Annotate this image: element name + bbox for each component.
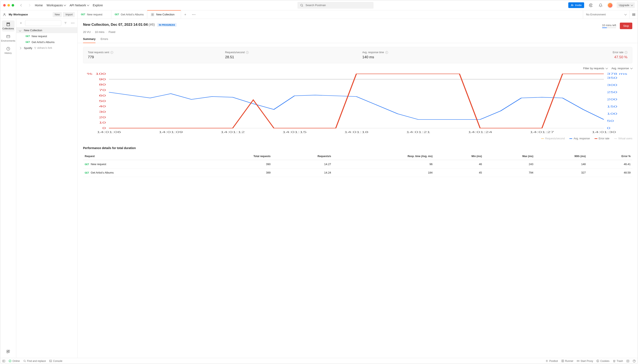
- tab-get-artists-albums[interactable]: GET Get Artist's Albums: [111, 10, 147, 18]
- svg-rect-74: [50, 360, 52, 362]
- tab-label: New request: [87, 13, 103, 16]
- import-button[interactable]: Import: [63, 12, 75, 17]
- invite-button[interactable]: Invite: [568, 2, 584, 8]
- postbot-button[interactable]: Postbot: [545, 360, 558, 362]
- tab-overflow-button[interactable]: [190, 10, 198, 18]
- svg-rect-19: [7, 35, 10, 38]
- new-button[interactable]: New: [53, 12, 62, 17]
- method-badge: GET: [26, 41, 30, 43]
- avatar[interactable]: [607, 2, 613, 8]
- rail-history[interactable]: History: [2, 45, 15, 56]
- svg-point-72: [24, 360, 25, 362]
- chevron-right-icon: [19, 46, 22, 50]
- new-tab-button[interactable]: [181, 10, 190, 18]
- chevron-down-icon: [605, 67, 608, 69]
- table-header[interactable]: Total requests: [199, 153, 272, 160]
- api-network-menu[interactable]: API Network: [70, 4, 89, 7]
- find-replace-button[interactable]: Find and replace: [23, 360, 46, 362]
- table-header[interactable]: Resp. time (Avg. ms): [333, 153, 434, 160]
- legend-virtual-users[interactable]: Virtual users: [614, 137, 632, 140]
- online-status[interactable]: Online: [9, 360, 20, 362]
- svg-marker-8: [152, 14, 153, 15]
- tab-summary[interactable]: Summary: [83, 37, 96, 43]
- legend-rps[interactable]: Requests/second: [541, 137, 565, 140]
- tab-errors[interactable]: Errors: [101, 37, 108, 43]
- tab-label: Get Artist's Albums: [121, 13, 144, 16]
- tab-new-request[interactable]: GET New request: [78, 10, 111, 18]
- tab-new-collection-run[interactable]: New Collection: [147, 10, 181, 18]
- table-row[interactable]: GETNew request39014.27964624314846.41: [83, 160, 632, 168]
- tree-label: Get Artist's Albums: [32, 40, 55, 44]
- info-icon[interactable]: i: [625, 51, 627, 54]
- stop-button[interactable]: Stop: [620, 22, 632, 29]
- svg-rect-24: [7, 352, 8, 353]
- tree-request-new-request[interactable]: GET New request: [16, 33, 77, 39]
- svg-text:350: 350: [607, 76, 617, 80]
- legend-avg-response[interactable]: Avg. response: [569, 137, 590, 140]
- table-header[interactable]: Min (ms): [434, 153, 484, 160]
- two-pane-icon[interactable]: [626, 360, 629, 362]
- console-button[interactable]: Console: [49, 360, 62, 362]
- table-header[interactable]: Error %: [587, 153, 632, 160]
- svg-point-80: [596, 360, 599, 362]
- settings-icon[interactable]: [588, 2, 594, 8]
- search-input[interactable]: Search Postman: [297, 2, 373, 9]
- metric-dropdown[interactable]: Avg. response: [611, 67, 632, 70]
- svg-text:30: 30: [99, 110, 106, 114]
- svg-text:80: 80: [99, 83, 106, 86]
- svg-text:%: %: [87, 72, 92, 76]
- rail-label: Environments: [1, 40, 15, 42]
- svg-text:70: 70: [99, 88, 106, 92]
- rail-add-icon[interactable]: [2, 348, 15, 355]
- sidebar-add-icon[interactable]: [18, 20, 24, 26]
- table-header[interactable]: Max (ms): [484, 153, 535, 160]
- environment-selector[interactable]: No Environment: [583, 10, 629, 18]
- upgrade-button[interactable]: Upgrade: [617, 2, 635, 8]
- svg-point-5: [590, 5, 591, 6]
- tree-request-get-artists-albums[interactable]: GET Get Artist's Albums: [16, 39, 77, 45]
- table-header[interactable]: Request: [83, 153, 199, 160]
- stat-label: Total requests sent: [88, 51, 109, 54]
- svg-rect-69: [3, 360, 5, 362]
- notifications-icon[interactable]: [598, 2, 603, 8]
- svg-point-34: [74, 23, 74, 24]
- sidebar-toggle-icon[interactable]: [2, 360, 5, 362]
- info-icon[interactable]: i: [246, 51, 249, 54]
- table-row[interactable]: GETGet Artist's Albums38914.241844579432…: [83, 168, 632, 177]
- help-icon[interactable]: [633, 360, 636, 362]
- sidebar-filter-input[interactable]: [25, 20, 61, 26]
- info-icon[interactable]: i: [111, 51, 113, 54]
- nav-back-icon[interactable]: [20, 4, 24, 7]
- svg-text:14:01:12: 14:01:12: [221, 131, 245, 134]
- workspace-name[interactable]: My Workspace: [9, 13, 50, 16]
- runner-button[interactable]: Runner: [561, 360, 573, 362]
- home-link[interactable]: Home: [35, 4, 43, 7]
- table-header[interactable]: 90th (ms): [535, 153, 587, 160]
- stat-total-requests: 779: [88, 55, 216, 59]
- rail-label: Collections: [3, 27, 14, 30]
- svg-rect-18: [7, 24, 10, 26]
- trash-button[interactable]: Trash: [613, 360, 623, 362]
- window-traffic-lights[interactable]: [3, 4, 14, 6]
- filter-by-requests-dropdown[interactable]: Filter by requests: [583, 67, 607, 70]
- sidebar-filter-icon[interactable]: [63, 20, 69, 26]
- explore-link[interactable]: Explore: [93, 4, 103, 7]
- performance-chart[interactable]: 0102030405060708090100%05010015020025030…: [83, 72, 632, 135]
- svg-line-1: [302, 6, 303, 6]
- cookies-button[interactable]: Cookies: [596, 360, 609, 362]
- tree-label: Spotify: [24, 46, 32, 50]
- tree-collection-new-collection[interactable]: New Collection: [16, 27, 77, 33]
- rail-collections[interactable]: Collections: [2, 20, 15, 32]
- tree-collection-spotify[interactable]: Spotify okiharu's fork: [16, 45, 77, 51]
- chevron-down-icon: [624, 13, 626, 15]
- table-header[interactable]: Requests/s: [272, 153, 333, 160]
- legend-error-rate[interactable]: Error rate: [594, 137, 609, 140]
- svg-text:150: 150: [607, 105, 617, 108]
- info-icon[interactable]: i: [385, 51, 388, 54]
- start-proxy-button[interactable]: Start Proxy: [577, 360, 593, 362]
- environment-quicklook-icon[interactable]: [629, 10, 638, 18]
- svg-point-36: [36, 47, 36, 47]
- rail-environments[interactable]: Environments: [2, 33, 15, 44]
- sidebar-more-icon[interactable]: [70, 20, 76, 26]
- workspaces-menu[interactable]: Workspaces: [47, 4, 66, 7]
